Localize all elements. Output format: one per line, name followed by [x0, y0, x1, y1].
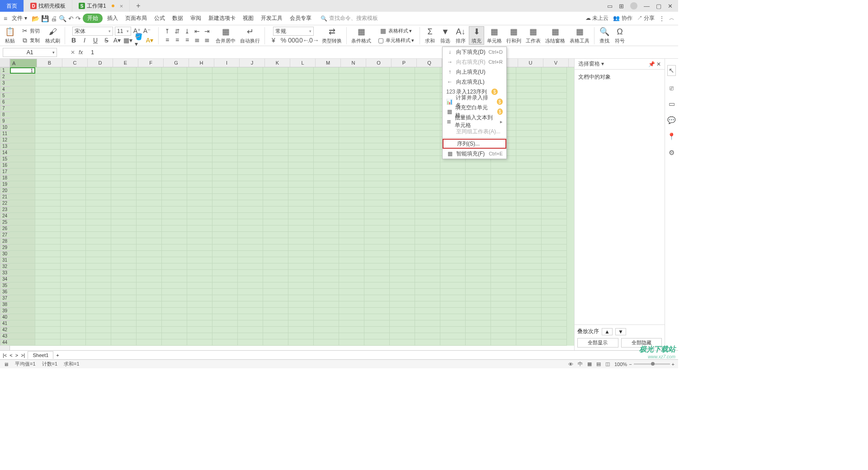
- align-top-icon[interactable]: ⤒: [163, 27, 171, 35]
- share-button[interactable]: ↗ 分享: [637, 14, 655, 22]
- table-style-button[interactable]: ▦表格样式▾: [378, 26, 413, 35]
- font-family-select[interactable]: 宋体▾: [72, 27, 113, 36]
- indent-right-icon[interactable]: ⇥: [203, 27, 211, 35]
- col-header-A[interactable]: A: [10, 59, 37, 68]
- italic-icon[interactable]: I: [80, 36, 89, 44]
- fill-batch-item[interactable]: ≣批量插入文本到单元格▸: [443, 117, 506, 127]
- worksheet-button[interactable]: ▦工作表: [524, 27, 542, 44]
- view-normal-icon[interactable]: ▦: [587, 361, 592, 367]
- inc-decimal-icon[interactable]: .0←: [299, 36, 307, 44]
- menu-icon[interactable]: ≡: [4, 15, 7, 22]
- apps-icon[interactable]: ⊞: [619, 3, 624, 9]
- fill-up-item[interactable]: ↑向上填充(U): [443, 67, 506, 77]
- type-convert-button[interactable]: ⇄类型转换: [320, 27, 344, 44]
- redo-icon[interactable]: ↷: [75, 15, 81, 22]
- highlight-icon[interactable]: A▾: [146, 36, 154, 44]
- cancel-fx-icon[interactable]: ✕: [71, 49, 75, 56]
- fill-down-item[interactable]: ↓向下填充(D)Ctrl+D: [443, 47, 506, 57]
- col-header-J[interactable]: J: [240, 59, 265, 67]
- close-panel-icon[interactable]: ✕: [656, 61, 661, 67]
- currency-icon[interactable]: ¥: [269, 36, 278, 44]
- menu-formula[interactable]: 公式: [151, 13, 168, 24]
- more-icon[interactable]: ⋮: [659, 15, 665, 22]
- fill-color-icon[interactable]: 🪣▾: [135, 36, 143, 44]
- orientation-icon[interactable]: ≣: [203, 36, 211, 44]
- bold-icon[interactable]: B: [70, 36, 78, 44]
- fill-button[interactable]: ⬇填充: [469, 26, 484, 45]
- col-header-P[interactable]: P: [392, 59, 417, 67]
- cut-button[interactable]: ✂剪切: [20, 26, 41, 35]
- avatar-icon[interactable]: [630, 2, 637, 9]
- fx-icon[interactable]: fx: [79, 49, 83, 56]
- table-tool-button[interactable]: ▦表格工具: [568, 27, 591, 44]
- collapse-ribbon-icon[interactable]: ︿: [669, 14, 675, 22]
- cell-style-button[interactable]: ▢单元格样式▾: [376, 36, 415, 45]
- align-right-icon[interactable]: ≡: [183, 36, 191, 44]
- pin-icon[interactable]: 📌: [648, 61, 655, 67]
- menu-member[interactable]: 会员专享: [287, 13, 314, 24]
- font-color-icon[interactable]: A▾: [113, 36, 121, 44]
- menu-page-layout[interactable]: 页面布局: [123, 13, 150, 24]
- row-col-button[interactable]: ▦行和列: [505, 27, 523, 44]
- tab-home[interactable]: 首页: [0, 0, 24, 12]
- menu-new-tab[interactable]: 新建选项卡: [206, 13, 238, 24]
- dec-decimal-icon[interactable]: .0→: [309, 36, 317, 44]
- cell-button[interactable]: ▦单元格: [485, 27, 504, 44]
- col-header-I[interactable]: I: [214, 59, 240, 67]
- col-header-V[interactable]: V: [543, 59, 569, 67]
- border-icon[interactable]: ▦▾: [124, 36, 132, 44]
- col-header-H[interactable]: H: [189, 59, 214, 67]
- menu-review[interactable]: 审阅: [188, 13, 204, 24]
- undo-icon[interactable]: ↶: [68, 15, 74, 22]
- col-header-N[interactable]: N: [341, 59, 366, 67]
- collab-button[interactable]: 👥 协作: [613, 14, 632, 22]
- cn-icon[interactable]: 中: [578, 361, 583, 367]
- sheet-tab[interactable]: Sheet1: [28, 351, 53, 359]
- style-icon[interactable]: ⎚: [670, 84, 674, 92]
- menu-data[interactable]: 数据: [170, 13, 186, 24]
- col-header-C[interactable]: C: [62, 59, 88, 67]
- menu-file[interactable]: 文件 ▾: [9, 13, 29, 24]
- chat-icon[interactable]: 💬: [667, 116, 676, 124]
- preview-icon[interactable]: 🔍: [59, 15, 66, 22]
- fill-left-item[interactable]: ←向左填充(L): [443, 77, 506, 87]
- paste-button[interactable]: 📋 粘贴: [3, 27, 17, 44]
- col-header-Q[interactable]: Q: [417, 59, 442, 67]
- close-window-icon[interactable]: ✕: [668, 3, 673, 9]
- tab-close-icon[interactable]: ×: [120, 3, 123, 9]
- settings-icon[interactable]: ⚙: [669, 149, 675, 157]
- fill-smart-item[interactable]: ▦智能填充(F)Ctrl+E: [443, 149, 506, 159]
- tab-template[interactable]: D 找稻壳模板: [24, 0, 72, 12]
- cloud-status[interactable]: ☁ 未上云: [585, 14, 609, 22]
- col-header-O[interactable]: O: [366, 59, 392, 67]
- col-header-F[interactable]: F: [138, 59, 164, 67]
- copy-button[interactable]: ⧉复制: [20, 36, 41, 45]
- merge-center-button[interactable]: ▦合并居中: [214, 27, 237, 44]
- col-header-U[interactable]: U: [518, 59, 543, 67]
- col-header-M[interactable]: M: [316, 59, 341, 67]
- tab-add[interactable]: +: [130, 0, 146, 12]
- active-cell[interactable]: 1: [10, 67, 35, 74]
- sheet-last-icon[interactable]: >|: [21, 352, 25, 358]
- indent-left-icon[interactable]: ⇤: [193, 27, 201, 35]
- col-header-L[interactable]: L: [290, 59, 316, 67]
- open-icon[interactable]: 📂: [32, 15, 39, 22]
- maximize-icon[interactable]: ▢: [656, 3, 661, 9]
- menu-view[interactable]: 视图: [240, 13, 256, 24]
- show-all-button[interactable]: 全部显示: [577, 338, 618, 348]
- menu-insert[interactable]: 插入: [104, 13, 121, 24]
- bring-forward-button[interactable]: ▲: [602, 328, 613, 335]
- symbol-button[interactable]: Ω符号: [613, 27, 627, 44]
- align-bottom-icon[interactable]: ⤓: [183, 27, 191, 35]
- align-center-icon[interactable]: ≡: [173, 36, 181, 44]
- col-header-K[interactable]: K: [265, 59, 290, 67]
- conditional-format-button[interactable]: ▦条件格式: [349, 27, 373, 44]
- view-split-icon[interactable]: ◫: [605, 361, 610, 367]
- align-left-icon[interactable]: ≡: [163, 36, 171, 44]
- align-middle-icon[interactable]: ⇵: [173, 27, 181, 35]
- pointer-icon[interactable]: ↖: [667, 65, 676, 76]
- col-header-G[interactable]: G: [164, 59, 189, 67]
- view-page-icon[interactable]: ▤: [596, 361, 601, 367]
- menu-start[interactable]: 开始: [83, 14, 103, 23]
- zoom-out-icon[interactable]: −: [629, 362, 632, 367]
